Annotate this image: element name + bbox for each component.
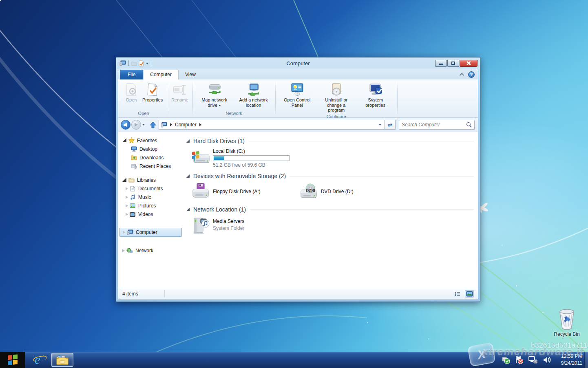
ribbon-group-rename: Rename bbox=[168, 81, 192, 117]
sidebar-item-recent-places[interactable]: Recent Places bbox=[118, 162, 183, 170]
add-network-location-button[interactable]: Add a network location bbox=[234, 82, 273, 108]
section-header-removable-storage[interactable]: Devices with Removable Storage (2) bbox=[186, 171, 474, 181]
uninstall-program-button[interactable]: Uninstall or change a program bbox=[317, 82, 356, 114]
system-properties-icon bbox=[369, 83, 382, 97]
network-icon bbox=[126, 247, 133, 254]
sidebar-item-favorites[interactable]: Favorites bbox=[118, 136, 183, 145]
section-header-hard-disk-drives[interactable]: Hard Disk Drives (1) bbox=[186, 136, 474, 146]
maximize-button[interactable] bbox=[447, 60, 459, 67]
music-icon bbox=[129, 194, 136, 201]
forward-arrow-icon bbox=[135, 123, 138, 127]
breadcrumb-chevron-icon[interactable] bbox=[199, 123, 201, 126]
statusbar-separator bbox=[164, 290, 165, 297]
breadcrumb-segment-computer[interactable]: Computer bbox=[175, 122, 197, 128]
minimize-ribbon-icon[interactable] bbox=[460, 73, 464, 77]
address-breadcrumb[interactable]: Computer bbox=[159, 120, 385, 130]
recycle-bin[interactable]: Recycle Bin bbox=[551, 308, 582, 337]
section-collapse-icon[interactable] bbox=[186, 139, 190, 143]
uninstall-program-icon bbox=[329, 83, 343, 97]
drive-item-floppy-a[interactable]: Floppy Disk Drive (A:) bbox=[190, 183, 261, 201]
sidebar-item-desktop[interactable]: Desktop bbox=[118, 145, 183, 153]
collapsed-arrow-icon[interactable] bbox=[126, 196, 128, 199]
navigation-pane: Favorites Desktop Downloads Recent Place… bbox=[118, 132, 183, 288]
search-box[interactable] bbox=[399, 120, 475, 130]
ribbon-separator bbox=[192, 82, 193, 117]
section-collapse-icon[interactable] bbox=[186, 174, 190, 178]
collapsed-arrow-icon[interactable] bbox=[126, 187, 128, 190]
rename-icon bbox=[173, 83, 187, 97]
clock-date: 9/24/2011 bbox=[561, 360, 583, 367]
system-properties-button[interactable]: System properties bbox=[356, 82, 395, 108]
caption-buttons bbox=[435, 60, 478, 67]
sidebar-item-network[interactable]: Network bbox=[118, 246, 183, 255]
taskbar-explorer-button[interactable] bbox=[51, 353, 73, 367]
videos-icon bbox=[129, 211, 136, 218]
expanded-arrow-icon[interactable] bbox=[122, 178, 126, 182]
hard-drive-icon bbox=[190, 148, 210, 166]
ribbon: Open Properties Open bbox=[118, 79, 478, 118]
status-bar: 4 items bbox=[118, 288, 478, 300]
internet-explorer-icon: e bbox=[35, 353, 40, 367]
collapsed-arrow-icon[interactable] bbox=[126, 204, 128, 207]
sidebar-item-libraries[interactable]: Libraries bbox=[118, 176, 183, 184]
up-one-level-button[interactable] bbox=[150, 121, 156, 128]
item-media-servers[interactable]: Media Servers System Folder bbox=[190, 217, 474, 235]
open-control-panel-button[interactable]: Open Control Panel bbox=[278, 82, 317, 108]
address-dropdown-button[interactable] bbox=[377, 124, 383, 126]
sidebar-item-pictures[interactable]: Pictures bbox=[118, 201, 183, 210]
map-network-drive-button[interactable]: Map network drive bbox=[195, 82, 234, 108]
sidebar-item-documents[interactable]: Documents bbox=[118, 184, 183, 193]
drive-name: Local Disk (C:) bbox=[213, 148, 290, 154]
disk-usage-fill bbox=[214, 156, 224, 160]
section-header-network-location[interactable]: Network Location (1) bbox=[186, 205, 474, 214]
sidebar-item-downloads[interactable]: Downloads bbox=[118, 153, 183, 162]
refresh-button[interactable]: ⇄ bbox=[385, 120, 396, 130]
disk-free-text: 51.2 GB free of 59.6 GB bbox=[213, 162, 290, 168]
pictures-icon bbox=[129, 203, 136, 209]
search-input[interactable] bbox=[402, 122, 466, 128]
section-rule bbox=[250, 209, 474, 210]
qat-folder-icon[interactable] bbox=[131, 61, 137, 66]
search-icon[interactable] bbox=[466, 122, 472, 128]
map-drive-dropdown-caret bbox=[219, 105, 221, 106]
show-desktop-button[interactable] bbox=[584, 352, 588, 368]
tab-file[interactable]: File bbox=[120, 70, 143, 79]
recent-pages-caret-icon[interactable] bbox=[142, 124, 145, 126]
tab-view[interactable]: View bbox=[179, 70, 202, 79]
details-view-button[interactable] bbox=[453, 290, 462, 297]
back-button[interactable] bbox=[121, 120, 130, 130]
drive-item-dvd-d[interactable]: DVD DVD Drive (D:) bbox=[298, 183, 354, 201]
sidebar-item-music[interactable]: Music bbox=[118, 193, 183, 201]
collapsed-arrow-icon[interactable] bbox=[123, 231, 125, 234]
collapsed-arrow-icon[interactable] bbox=[126, 213, 128, 216]
taskbar-internet-explorer-button[interactable]: e bbox=[29, 353, 46, 367]
rename-button[interactable]: Rename bbox=[169, 82, 190, 104]
thumbnail-view-button[interactable] bbox=[465, 290, 474, 297]
media-server-type: System Folder bbox=[213, 225, 244, 231]
desktop-icon bbox=[130, 146, 137, 152]
recent-places-icon bbox=[130, 163, 137, 170]
section-rule bbox=[290, 176, 474, 176]
tab-computer[interactable]: Computer bbox=[143, 70, 179, 79]
expanded-arrow-icon[interactable] bbox=[122, 138, 126, 142]
minimize-button[interactable] bbox=[435, 60, 447, 67]
windows-start-icon bbox=[8, 355, 18, 366]
drive-item-local-disk-c[interactable]: Local Disk (C:) 51.2 GB free of 59.6 GB bbox=[190, 148, 474, 168]
explorer-folder-icon bbox=[56, 355, 69, 365]
help-icon[interactable]: ? bbox=[468, 71, 475, 78]
close-button[interactable] bbox=[460, 60, 477, 67]
open-button[interactable]: Open bbox=[122, 82, 140, 104]
favorites-star-icon bbox=[128, 137, 135, 144]
start-button[interactable] bbox=[0, 352, 25, 368]
ribbon-tab-row: File Computer View ? bbox=[118, 69, 478, 79]
properties-button[interactable]: Properties bbox=[140, 82, 165, 104]
forward-button[interactable] bbox=[131, 120, 141, 130]
section-collapse-icon[interactable] bbox=[186, 208, 190, 211]
collapsed-arrow-icon[interactable] bbox=[122, 249, 125, 252]
control-panel-icon bbox=[290, 83, 304, 97]
breadcrumb-chevron-icon[interactable] bbox=[170, 123, 172, 126]
close-icon bbox=[466, 61, 471, 66]
sidebar-item-computer[interactable]: Computer bbox=[119, 228, 182, 237]
sidebar-item-videos[interactable]: Videos bbox=[118, 210, 183, 218]
up-arrow-icon bbox=[150, 121, 156, 128]
